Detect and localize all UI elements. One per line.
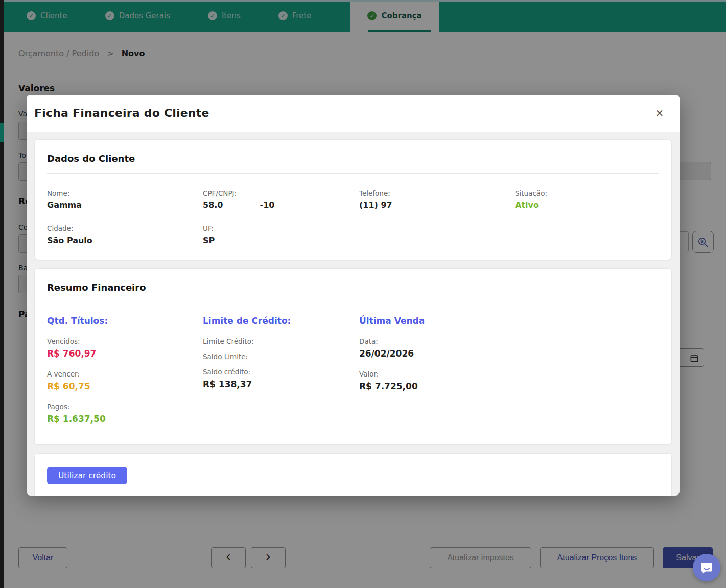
metric-label: Limite Crédito: bbox=[203, 337, 359, 345]
metric-value: R$ 138,37 bbox=[203, 379, 359, 389]
card-title: Dados do Cliente bbox=[47, 153, 659, 164]
cpf-value: 58.0 bbox=[203, 200, 223, 210]
column-header: Qtd. Títulos: bbox=[47, 316, 203, 326]
column-ultima-venda: Última Venda Data: 26/02/2026 Valor: R$ … bbox=[359, 316, 659, 424]
field-label: CPF/CNPJ: bbox=[203, 189, 359, 197]
utilizar-credito-button[interactable]: Utilizar crédito bbox=[47, 467, 127, 484]
close-button[interactable]: ✕ bbox=[652, 106, 667, 121]
credit-action-card: Utilizar crédito bbox=[34, 453, 672, 496]
close-icon: ✕ bbox=[655, 108, 664, 119]
modal-title: Ficha Financeira do Cliente bbox=[34, 107, 209, 120]
field-value: (11) 97 bbox=[359, 200, 515, 210]
metric-pagos: Pagos: R$ 1.637,50 bbox=[47, 403, 203, 424]
metric-label: Pagos: bbox=[47, 403, 203, 411]
client-fields-row-1: Nome: Gamma CPF/CNPJ: 58.0 -10 Telefone:… bbox=[47, 189, 659, 210]
metric-saldo-limite: Saldo Limite: bbox=[203, 352, 359, 361]
modal-header: Ficha Financeira do Cliente ✕ bbox=[27, 95, 680, 132]
chat-launcher-button[interactable] bbox=[693, 554, 720, 581]
cpf-extra-value: -10 bbox=[260, 200, 274, 210]
ficha-financeira-modal: Ficha Financeira do Cliente ✕ Dados do C… bbox=[27, 95, 680, 496]
metric-value: R$ 1.637,50 bbox=[47, 414, 203, 424]
card-divider bbox=[47, 173, 659, 174]
field-telefone: Telefone: (11) 97 bbox=[359, 189, 515, 210]
card-divider bbox=[47, 302, 659, 302]
metric-vencidos: Vencidos: R$ 760,97 bbox=[47, 337, 203, 359]
field-label: Situação: bbox=[515, 189, 659, 197]
field-cpf-cnpj: CPF/CNPJ: 58.0 -10 bbox=[203, 189, 359, 210]
metric-label: Valor: bbox=[359, 370, 659, 378]
metric-label: A vencer: bbox=[47, 370, 203, 378]
metric-limite-credito: Limite Crédito: bbox=[203, 337, 359, 345]
field-value: Gamma bbox=[47, 200, 203, 210]
client-fields-row-2: Cidade: São Paulo UF: SP bbox=[47, 224, 659, 245]
field-situacao: Situação: Ativo bbox=[515, 189, 659, 210]
column-header: Limite de Crédito: bbox=[203, 316, 359, 326]
field-cidade: Cidade: São Paulo bbox=[47, 224, 203, 245]
screen: ✓ Cliente ✓ Dados Gerais ✓ Itens ✓ Frete… bbox=[0, 0, 726, 588]
metric-value: R$ 760,97 bbox=[47, 348, 203, 359]
chat-bubble-icon bbox=[699, 560, 714, 575]
field-value: 58.0 -10 bbox=[203, 200, 359, 210]
field-uf: UF: SP bbox=[203, 224, 359, 245]
summary-columns: Qtd. Títulos: Vencidos: R$ 760,97 A venc… bbox=[47, 316, 659, 424]
metric-label: Saldo crédito: bbox=[203, 368, 359, 376]
metric-saldo-credito: Saldo crédito: R$ 138,37 bbox=[203, 368, 359, 389]
metric-a-vencer: A vencer: R$ 60,75 bbox=[47, 370, 203, 391]
utilizar-credito-label: Utilizar crédito bbox=[58, 471, 116, 480]
metric-value: 26/02/2026 bbox=[359, 348, 659, 359]
column-qtd-titulos: Qtd. Títulos: Vencidos: R$ 760,97 A venc… bbox=[47, 316, 203, 424]
metric-value: R$ 7.725,00 bbox=[359, 381, 659, 391]
client-data-card: Dados do Cliente Nome: Gamma CPF/CNPJ: 5… bbox=[34, 139, 672, 260]
field-value: SP bbox=[203, 236, 359, 245]
metric-valor: Valor: R$ 7.725,00 bbox=[359, 370, 659, 391]
metric-label: Vencidos: bbox=[47, 337, 203, 345]
field-label: Nome: bbox=[47, 189, 203, 197]
field-nome: Nome: Gamma bbox=[47, 189, 203, 210]
modal-body: Dados do Cliente Nome: Gamma CPF/CNPJ: 5… bbox=[27, 132, 680, 496]
financial-summary-card: Resumo Financeiro Qtd. Títulos: Vencidos… bbox=[34, 268, 672, 445]
column-header: Última Venda bbox=[359, 316, 659, 326]
metric-value: R$ 60,75 bbox=[47, 381, 203, 391]
field-label: Telefone: bbox=[359, 189, 515, 197]
metric-label: Data: bbox=[359, 337, 659, 345]
field-value: São Paulo bbox=[47, 236, 203, 245]
metric-label: Saldo Limite: bbox=[203, 352, 359, 361]
card-title: Resumo Financeiro bbox=[47, 282, 659, 293]
field-label: Cidade: bbox=[47, 224, 203, 232]
field-label: UF: bbox=[203, 224, 359, 232]
column-limite-credito: Limite de Crédito: Limite Crédito: Saldo… bbox=[203, 316, 359, 424]
status-badge: Ativo bbox=[515, 200, 659, 210]
metric-data: Data: 26/02/2026 bbox=[359, 337, 659, 359]
